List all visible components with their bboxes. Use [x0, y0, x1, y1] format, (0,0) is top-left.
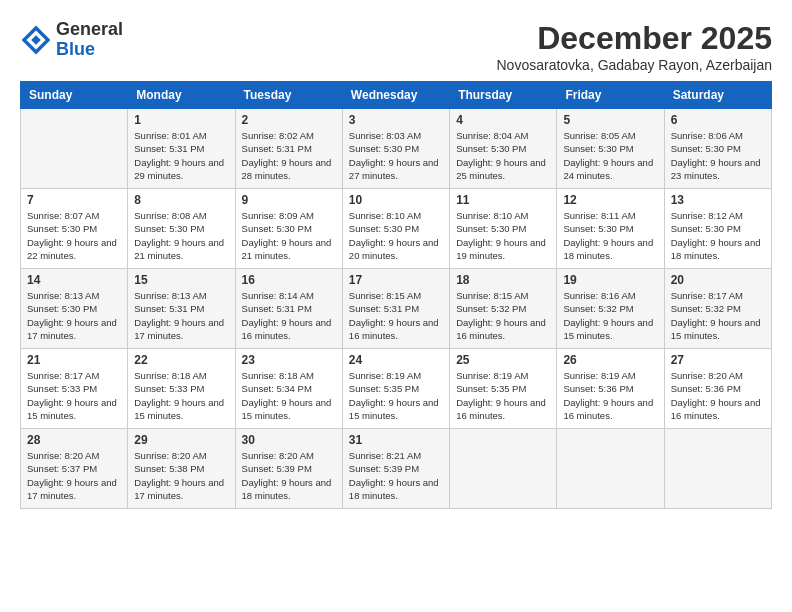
- day-number: 21: [27, 353, 121, 367]
- day-number: 11: [456, 193, 550, 207]
- logo: General Blue: [20, 20, 123, 60]
- logo-text: General Blue: [56, 20, 123, 60]
- day-number: 6: [671, 113, 765, 127]
- calendar-cell: 14Sunrise: 8:13 AMSunset: 5:30 PMDayligh…: [21, 269, 128, 349]
- day-number: 30: [242, 433, 336, 447]
- cell-info: Sunrise: 8:11 AMSunset: 5:30 PMDaylight:…: [563, 209, 657, 262]
- calendar-cell: 4Sunrise: 8:04 AMSunset: 5:30 PMDaylight…: [450, 109, 557, 189]
- cell-info: Sunrise: 8:10 AMSunset: 5:30 PMDaylight:…: [456, 209, 550, 262]
- calendar-cell: 2Sunrise: 8:02 AMSunset: 5:31 PMDaylight…: [235, 109, 342, 189]
- cell-info: Sunrise: 8:19 AMSunset: 5:35 PMDaylight:…: [349, 369, 443, 422]
- calendar-week-row: 14Sunrise: 8:13 AMSunset: 5:30 PMDayligh…: [21, 269, 772, 349]
- calendar-cell: 7Sunrise: 8:07 AMSunset: 5:30 PMDaylight…: [21, 189, 128, 269]
- logo-general: General: [56, 20, 123, 40]
- cell-info: Sunrise: 8:20 AMSunset: 5:39 PMDaylight:…: [242, 449, 336, 502]
- cell-info: Sunrise: 8:19 AMSunset: 5:35 PMDaylight:…: [456, 369, 550, 422]
- logo-icon: [20, 24, 52, 56]
- cell-info: Sunrise: 8:04 AMSunset: 5:30 PMDaylight:…: [456, 129, 550, 182]
- day-number: 19: [563, 273, 657, 287]
- day-number: 14: [27, 273, 121, 287]
- calendar-cell: 8Sunrise: 8:08 AMSunset: 5:30 PMDaylight…: [128, 189, 235, 269]
- day-number: 15: [134, 273, 228, 287]
- calendar-cell: 20Sunrise: 8:17 AMSunset: 5:32 PMDayligh…: [664, 269, 771, 349]
- cell-info: Sunrise: 8:19 AMSunset: 5:36 PMDaylight:…: [563, 369, 657, 422]
- day-header: Sunday: [21, 82, 128, 109]
- cell-info: Sunrise: 8:10 AMSunset: 5:30 PMDaylight:…: [349, 209, 443, 262]
- day-number: 1: [134, 113, 228, 127]
- cell-info: Sunrise: 8:20 AMSunset: 5:37 PMDaylight:…: [27, 449, 121, 502]
- calendar-cell: 15Sunrise: 8:13 AMSunset: 5:31 PMDayligh…: [128, 269, 235, 349]
- cell-info: Sunrise: 8:08 AMSunset: 5:30 PMDaylight:…: [134, 209, 228, 262]
- calendar-cell: 1Sunrise: 8:01 AMSunset: 5:31 PMDaylight…: [128, 109, 235, 189]
- day-header: Friday: [557, 82, 664, 109]
- cell-info: Sunrise: 8:13 AMSunset: 5:31 PMDaylight:…: [134, 289, 228, 342]
- cell-info: Sunrise: 8:02 AMSunset: 5:31 PMDaylight:…: [242, 129, 336, 182]
- calendar-table: SundayMondayTuesdayWednesdayThursdayFrid…: [20, 81, 772, 509]
- calendar-cell: 9Sunrise: 8:09 AMSunset: 5:30 PMDaylight…: [235, 189, 342, 269]
- cell-info: Sunrise: 8:18 AMSunset: 5:34 PMDaylight:…: [242, 369, 336, 422]
- title-block: December 2025 Novosaratovka, Gadabay Ray…: [497, 20, 773, 73]
- day-number: 17: [349, 273, 443, 287]
- day-header: Wednesday: [342, 82, 449, 109]
- calendar-cell: 28Sunrise: 8:20 AMSunset: 5:37 PMDayligh…: [21, 429, 128, 509]
- day-number: 27: [671, 353, 765, 367]
- day-number: 26: [563, 353, 657, 367]
- calendar-cell: 27Sunrise: 8:20 AMSunset: 5:36 PMDayligh…: [664, 349, 771, 429]
- cell-info: Sunrise: 8:05 AMSunset: 5:30 PMDaylight:…: [563, 129, 657, 182]
- day-number: 12: [563, 193, 657, 207]
- calendar-week-row: 1Sunrise: 8:01 AMSunset: 5:31 PMDaylight…: [21, 109, 772, 189]
- day-number: 10: [349, 193, 443, 207]
- calendar-cell: 25Sunrise: 8:19 AMSunset: 5:35 PMDayligh…: [450, 349, 557, 429]
- day-number: 31: [349, 433, 443, 447]
- day-number: 4: [456, 113, 550, 127]
- cell-info: Sunrise: 8:15 AMSunset: 5:31 PMDaylight:…: [349, 289, 443, 342]
- cell-info: Sunrise: 8:21 AMSunset: 5:39 PMDaylight:…: [349, 449, 443, 502]
- calendar-cell: [21, 109, 128, 189]
- day-number: 23: [242, 353, 336, 367]
- cell-info: Sunrise: 8:17 AMSunset: 5:33 PMDaylight:…: [27, 369, 121, 422]
- cell-info: Sunrise: 8:06 AMSunset: 5:30 PMDaylight:…: [671, 129, 765, 182]
- day-number: 13: [671, 193, 765, 207]
- calendar-cell: 11Sunrise: 8:10 AMSunset: 5:30 PMDayligh…: [450, 189, 557, 269]
- calendar-week-row: 28Sunrise: 8:20 AMSunset: 5:37 PMDayligh…: [21, 429, 772, 509]
- day-number: 7: [27, 193, 121, 207]
- cell-info: Sunrise: 8:14 AMSunset: 5:31 PMDaylight:…: [242, 289, 336, 342]
- calendar-cell: 23Sunrise: 8:18 AMSunset: 5:34 PMDayligh…: [235, 349, 342, 429]
- cell-info: Sunrise: 8:20 AMSunset: 5:36 PMDaylight:…: [671, 369, 765, 422]
- calendar-week-row: 7Sunrise: 8:07 AMSunset: 5:30 PMDaylight…: [21, 189, 772, 269]
- day-number: 9: [242, 193, 336, 207]
- cell-info: Sunrise: 8:17 AMSunset: 5:32 PMDaylight:…: [671, 289, 765, 342]
- day-number: 5: [563, 113, 657, 127]
- cell-info: Sunrise: 8:12 AMSunset: 5:30 PMDaylight:…: [671, 209, 765, 262]
- day-number: 8: [134, 193, 228, 207]
- calendar-cell: 22Sunrise: 8:18 AMSunset: 5:33 PMDayligh…: [128, 349, 235, 429]
- day-header: Tuesday: [235, 82, 342, 109]
- cell-info: Sunrise: 8:20 AMSunset: 5:38 PMDaylight:…: [134, 449, 228, 502]
- day-number: 22: [134, 353, 228, 367]
- calendar-cell: 21Sunrise: 8:17 AMSunset: 5:33 PMDayligh…: [21, 349, 128, 429]
- cell-info: Sunrise: 8:03 AMSunset: 5:30 PMDaylight:…: [349, 129, 443, 182]
- calendar-week-row: 21Sunrise: 8:17 AMSunset: 5:33 PMDayligh…: [21, 349, 772, 429]
- day-number: 25: [456, 353, 550, 367]
- location: Novosaratovka, Gadabay Rayon, Azerbaijan: [497, 57, 773, 73]
- cell-info: Sunrise: 8:07 AMSunset: 5:30 PMDaylight:…: [27, 209, 121, 262]
- calendar-cell: 19Sunrise: 8:16 AMSunset: 5:32 PMDayligh…: [557, 269, 664, 349]
- calendar-cell: 6Sunrise: 8:06 AMSunset: 5:30 PMDaylight…: [664, 109, 771, 189]
- page-header: General Blue December 2025 Novosaratovka…: [20, 20, 772, 73]
- cell-info: Sunrise: 8:01 AMSunset: 5:31 PMDaylight:…: [134, 129, 228, 182]
- calendar-cell: 31Sunrise: 8:21 AMSunset: 5:39 PMDayligh…: [342, 429, 449, 509]
- calendar-cell: 30Sunrise: 8:20 AMSunset: 5:39 PMDayligh…: [235, 429, 342, 509]
- day-header: Saturday: [664, 82, 771, 109]
- calendar-cell: 10Sunrise: 8:10 AMSunset: 5:30 PMDayligh…: [342, 189, 449, 269]
- calendar-cell: [664, 429, 771, 509]
- cell-info: Sunrise: 8:18 AMSunset: 5:33 PMDaylight:…: [134, 369, 228, 422]
- day-number: 16: [242, 273, 336, 287]
- day-number: 20: [671, 273, 765, 287]
- calendar-cell: [557, 429, 664, 509]
- calendar-cell: 26Sunrise: 8:19 AMSunset: 5:36 PMDayligh…: [557, 349, 664, 429]
- day-header: Thursday: [450, 82, 557, 109]
- day-number: 18: [456, 273, 550, 287]
- day-header: Monday: [128, 82, 235, 109]
- calendar-cell: 5Sunrise: 8:05 AMSunset: 5:30 PMDaylight…: [557, 109, 664, 189]
- calendar-cell: 16Sunrise: 8:14 AMSunset: 5:31 PMDayligh…: [235, 269, 342, 349]
